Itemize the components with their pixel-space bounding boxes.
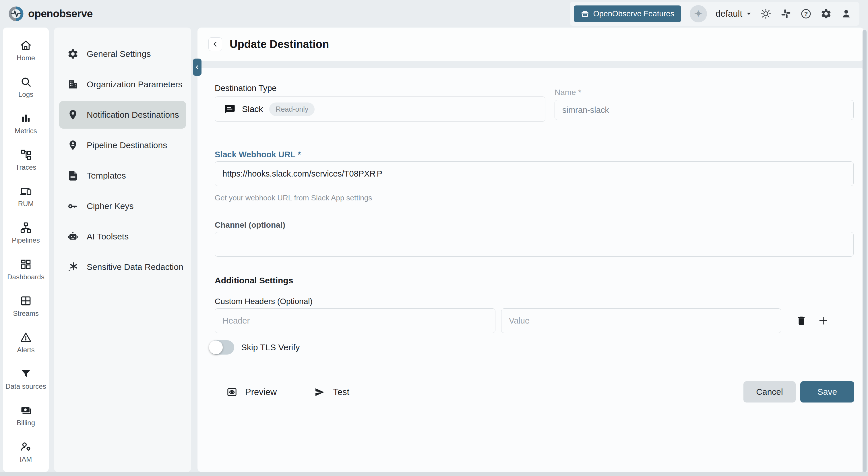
home-icon xyxy=(20,39,32,52)
gift-icon xyxy=(581,9,589,18)
slack-icon xyxy=(780,8,792,20)
toggle-knob xyxy=(209,340,223,354)
robot-icon xyxy=(67,231,79,242)
brand-wordmark: openobserve xyxy=(28,8,93,20)
sparkle-icon: ✦ xyxy=(694,7,703,20)
warning-icon xyxy=(20,331,32,344)
rail-item-metrics[interactable]: Metrics xyxy=(3,112,49,135)
skip-tls-toggle[interactable] xyxy=(209,340,234,355)
back-button[interactable] xyxy=(208,37,222,51)
asterisk-icon xyxy=(67,261,79,273)
preview-test-row: Preview Test xyxy=(226,383,349,401)
custom-headers-label: Custom Headers (Optional) xyxy=(215,297,313,306)
funnel-icon xyxy=(20,367,32,380)
skip-tls-label: Skip TLS Verify xyxy=(241,343,300,352)
preview-button[interactable]: Preview xyxy=(226,386,277,398)
building-icon xyxy=(67,79,79,90)
add-header-button[interactable] xyxy=(816,314,830,328)
person-pin-icon xyxy=(67,140,79,151)
openobserve-features-button[interactable]: OpenObserve Features xyxy=(574,5,681,22)
organization-selector[interactable]: default xyxy=(716,9,751,19)
key-icon xyxy=(67,200,79,212)
rail-item-logs[interactable]: Logs xyxy=(3,76,49,98)
save-button[interactable]: Save xyxy=(800,381,854,403)
destination-type-label: Destination Type xyxy=(215,84,277,93)
schema-icon xyxy=(20,148,32,161)
settings-button[interactable] xyxy=(820,8,832,20)
slack-community-button[interactable] xyxy=(780,8,792,20)
rail-item-pipelines[interactable]: Pipelines xyxy=(3,221,49,244)
sidebar-item-notification-destinations[interactable]: Notification Destinations xyxy=(59,101,186,129)
gear-icon xyxy=(820,8,832,20)
webhook-url-label: Slack Webhook URL * xyxy=(215,150,301,159)
send-icon xyxy=(314,386,326,398)
rail-item-streams[interactable]: Streams xyxy=(3,295,49,318)
brand[interactable]: openobserve xyxy=(9,6,93,21)
payments-icon xyxy=(20,404,32,417)
sidebar-item-general-settings[interactable]: General Settings xyxy=(59,40,186,68)
chevron-down-icon xyxy=(746,12,751,16)
rail-item-dashboards[interactable]: Dashboards xyxy=(3,258,49,281)
topbar-actions: OpenObserve Features ✦ default xyxy=(570,2,859,26)
sidebar-item-cipher-keys[interactable]: Cipher Keys xyxy=(59,192,186,220)
help-icon: ? xyxy=(800,8,812,20)
rail-item-billing[interactable]: Billing xyxy=(3,404,49,427)
theme-toggle-button[interactable] xyxy=(760,8,772,20)
document-icon xyxy=(67,170,79,181)
readonly-badge: Read-only xyxy=(269,102,315,116)
webhook-url-input[interactable]: https://hooks.slack.com/services/T08PXRP xyxy=(215,161,854,186)
custom-headers-row xyxy=(215,308,854,333)
webhook-hint: Get your webhook URL from Slack App sett… xyxy=(215,194,372,202)
destination-type-field[interactable]: Slack Read-only xyxy=(215,96,546,122)
main-nav-rail: Home Logs Metrics Traces RUM xyxy=(3,28,49,472)
rail-item-rum[interactable]: RUM xyxy=(3,185,49,208)
table-icon xyxy=(20,295,32,307)
help-button[interactable]: ? xyxy=(800,8,812,20)
channel-input[interactable] xyxy=(215,232,854,257)
rail-item-data-sources[interactable]: Data sources xyxy=(3,367,49,390)
name-input[interactable] xyxy=(555,100,854,120)
rail-item-home[interactable]: Home xyxy=(3,39,49,62)
openobserve-logo-icon xyxy=(9,6,24,21)
dashboard-icon xyxy=(20,258,32,271)
sidebar-item-ai-toolsets[interactable]: AI Toolsets xyxy=(59,223,186,250)
header-value-input[interactable] xyxy=(501,308,781,333)
rail-item-alerts[interactable]: Alerts xyxy=(3,331,49,354)
topbar: openobserve OpenObserve Features ✦ defau… xyxy=(0,0,868,28)
user-profile-button[interactable] xyxy=(840,8,852,20)
plus-icon xyxy=(818,315,829,326)
bar-chart-icon xyxy=(20,112,32,125)
tree-icon xyxy=(20,221,32,234)
trash-icon xyxy=(796,315,807,326)
user-gear-icon xyxy=(20,440,32,453)
ai-sparkle-button[interactable]: ✦ xyxy=(690,5,707,22)
settings-sidebar: General Settings Organization Parameters… xyxy=(54,28,191,472)
sidebar-item-organization-parameters[interactable]: Organization Parameters xyxy=(59,71,186,98)
sidebar-collapse-button[interactable] xyxy=(193,59,202,76)
chevron-left-icon xyxy=(212,40,219,48)
rail-item-traces[interactable]: Traces xyxy=(3,148,49,171)
rail-item-iam[interactable]: IAM xyxy=(3,440,49,464)
sidebar-item-sensitive-data-redaction[interactable]: Sensitive Data Redaction xyxy=(59,253,186,281)
sidebar-item-templates[interactable]: Templates xyxy=(59,162,186,189)
name-label: Name * xyxy=(555,88,581,97)
destination-type-value: Slack xyxy=(242,104,263,114)
page-header: Update Destination xyxy=(197,28,864,61)
vertical-scrollbar[interactable] xyxy=(863,30,867,472)
channel-label: Channel (optional) xyxy=(215,220,285,230)
cancel-button[interactable]: Cancel xyxy=(743,381,796,403)
test-button[interactable]: Test xyxy=(314,386,349,398)
content-area: Home Logs Metrics Traces RUM xyxy=(0,28,868,472)
sidebar-item-pipeline-destinations[interactable]: Pipeline Destinations xyxy=(59,131,186,159)
page-title: Update Destination xyxy=(229,38,329,51)
chat-icon xyxy=(224,103,236,115)
chevron-left-icon xyxy=(194,64,200,70)
svg-text:?: ? xyxy=(804,10,808,17)
sun-icon xyxy=(760,8,772,20)
additional-settings-title: Additional Settings xyxy=(215,276,293,286)
header-key-input[interactable] xyxy=(215,308,495,333)
destination-form: Destination Type Slack Read-only Name * … xyxy=(197,68,864,472)
skip-tls-row: Skip TLS Verify xyxy=(209,339,300,355)
devices-icon xyxy=(20,185,32,198)
delete-header-button[interactable] xyxy=(795,314,808,328)
